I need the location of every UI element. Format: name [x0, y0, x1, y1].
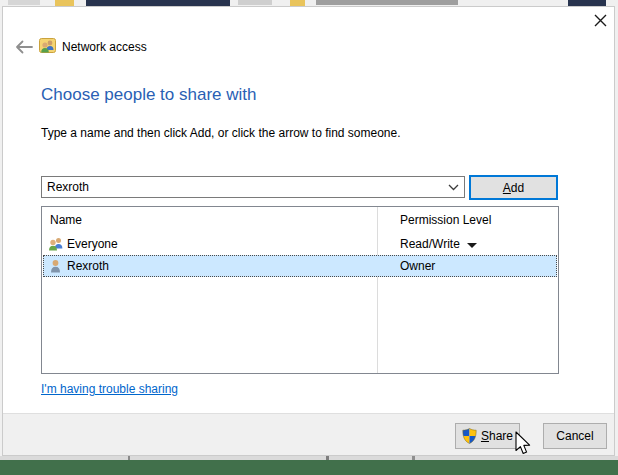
permission-value-cell: Owner	[400, 259, 435, 273]
share-button[interactable]: Share	[455, 423, 520, 449]
row-name: Everyone	[67, 237, 118, 251]
network-access-icon	[39, 37, 56, 54]
taskbar-strip	[0, 460, 618, 475]
name-combobox	[41, 176, 465, 198]
people-listview: Name Permission Level Everyone Read/Writ…	[41, 206, 559, 374]
list-item-rexroth[interactable]: Rexroth Owner	[43, 255, 557, 277]
cancel-button[interactable]: Cancel	[543, 423, 607, 449]
name-input[interactable]	[42, 180, 442, 194]
network-access-dialog: Network access Choose people to share wi…	[2, 6, 615, 456]
list-item-everyone[interactable]: Everyone Read/Write	[43, 233, 557, 255]
close-button[interactable]	[587, 7, 613, 33]
combobox-dropdown-button[interactable]	[442, 177, 464, 197]
trouble-sharing-link[interactable]: I'm having trouble sharing	[41, 382, 178, 396]
bg-fragment	[238, 0, 272, 5]
group-icon	[48, 236, 64, 252]
permission-value: Read/Write	[400, 237, 460, 251]
page-title: Choose people to share with	[41, 85, 256, 105]
row-name: Rexroth	[67, 259, 109, 273]
listview-header: Name Permission Level	[42, 207, 558, 233]
uac-shield-icon	[462, 428, 477, 444]
bg-text-fragment	[316, 0, 458, 5]
chevron-down-icon	[448, 184, 459, 191]
share-button-key: S	[481, 429, 489, 443]
permission-dropdown[interactable]: Read/Write	[400, 237, 477, 251]
dialog-footer: Share Cancel	[3, 413, 614, 455]
dropdown-arrow-icon	[467, 243, 477, 248]
add-button-label: dd	[511, 181, 524, 195]
bg-fragment	[8, 0, 40, 5]
back-arrow-icon	[14, 39, 34, 55]
column-header-permission[interactable]: Permission Level	[400, 213, 491, 227]
close-icon	[594, 14, 607, 27]
add-button[interactable]: Add	[469, 175, 558, 200]
share-button-label: hare	[489, 429, 513, 443]
back-button[interactable]	[14, 39, 34, 55]
window-title: Network access	[62, 40, 147, 54]
column-header-name[interactable]: Name	[50, 213, 82, 227]
screen: Network access Choose people to share wi…	[0, 0, 618, 475]
permission-value: Owner	[400, 259, 435, 273]
instruction-text: Type a name and then click Add, or click…	[41, 126, 401, 140]
user-icon	[48, 258, 64, 274]
add-button-key: A	[503, 181, 511, 195]
